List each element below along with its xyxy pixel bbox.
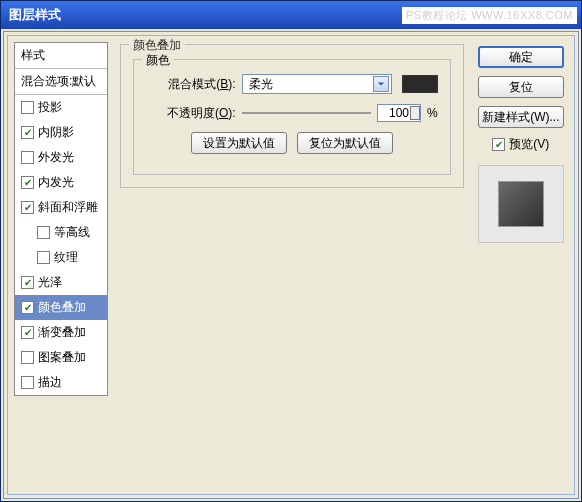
sidebar-item-10[interactable]: 图案叠加 (15, 345, 107, 370)
subgroup-title: 颜色 (142, 52, 174, 69)
blend-mode-row: 混合模式(B): 柔光 (146, 74, 438, 94)
sidebar-checkbox[interactable]: ✔ (21, 126, 34, 139)
make-default-button[interactable]: 设置为默认值 (191, 132, 287, 154)
titlebar[interactable]: 图层样式 PS教程论坛 WWW.16XX8.COM (1, 1, 581, 29)
sidebar-checkbox[interactable]: ✔ (21, 301, 34, 314)
sidebar-item-7[interactable]: ✔光泽 (15, 270, 107, 295)
sidebar-checkbox[interactable]: ✔ (21, 176, 34, 189)
preview-area (478, 165, 564, 243)
slider-thumb[interactable] (410, 106, 420, 120)
sidebar-checkbox[interactable]: ✔ (21, 201, 34, 214)
sidebar-item-label: 外发光 (38, 149, 74, 166)
window-title: 图层样式 (9, 6, 61, 24)
sidebar-item-label: 颜色叠加 (38, 299, 86, 316)
opacity-slider[interactable] (242, 104, 371, 122)
dialog-inner: 样式 混合选项:默认 投影✔内阴影外发光✔内发光✔斜面和浮雕等高线纹理✔光泽✔颜… (7, 35, 575, 495)
preview-checkbox[interactable]: ✔ (492, 138, 505, 151)
dialog-body: 样式 混合选项:默认 投影✔内阴影外发光✔内发光✔斜面和浮雕等高线纹理✔光泽✔颜… (3, 31, 579, 499)
sidebar-item-3[interactable]: ✔内发光 (15, 170, 107, 195)
default-buttons-row: 设置为默认值 复位为默认值 (146, 132, 438, 154)
sidebar-item-4[interactable]: ✔斜面和浮雕 (15, 195, 107, 220)
sidebar-item-1[interactable]: ✔内阴影 (15, 120, 107, 145)
blend-mode-label: 混合模式(B): (146, 76, 236, 93)
sidebar-checkbox[interactable]: ✔ (21, 276, 34, 289)
preview-swatch (498, 181, 544, 227)
sidebar-item-5[interactable]: 等高线 (15, 220, 107, 245)
sidebar-checkbox[interactable] (21, 151, 34, 164)
sidebar-checkbox[interactable]: ✔ (21, 326, 34, 339)
opacity-unit: % (427, 106, 438, 120)
sidebar-checkbox[interactable] (21, 376, 34, 389)
sidebar-item-label: 光泽 (38, 274, 62, 291)
sidebar-checkbox[interactable] (21, 351, 34, 364)
sidebar-item-label: 斜面和浮雕 (38, 199, 98, 216)
sidebar-item-label: 图案叠加 (38, 349, 86, 366)
blend-mode-select[interactable]: 柔光 (242, 74, 392, 94)
sidebar-item-8[interactable]: ✔颜色叠加 (15, 295, 107, 320)
reset-button[interactable]: 复位 (478, 76, 564, 98)
sidebar-item-label: 纹理 (54, 249, 78, 266)
color-swatch[interactable] (402, 75, 438, 93)
sidebar-item-label: 投影 (38, 99, 62, 116)
sidebar-item-0[interactable]: 投影 (15, 95, 107, 120)
sidebar-item-label: 描边 (38, 374, 62, 391)
sidebar-item-2[interactable]: 外发光 (15, 145, 107, 170)
sidebar-item-label: 内阴影 (38, 124, 74, 141)
watermark: PS教程论坛 WWW.16XX8.COM (402, 7, 577, 24)
sidebar-item-label: 内发光 (38, 174, 74, 191)
opacity-label: 不透明度(O): (146, 105, 236, 122)
sidebar-blending-options[interactable]: 混合选项:默认 (15, 69, 107, 95)
right-column: 确定 复位 新建样式(W)... ✔ 预览(V) (474, 36, 574, 494)
reset-default-button[interactable]: 复位为默认值 (297, 132, 393, 154)
blend-mode-value: 柔光 (249, 76, 273, 93)
preview-toggle[interactable]: ✔ 预览(V) (478, 136, 564, 153)
opacity-row: 不透明度(O): 100 % (146, 104, 438, 122)
layer-style-dialog: 图层样式 PS教程论坛 WWW.16XX8.COM 样式 混合选项:默认 投影✔… (0, 0, 582, 502)
chevron-down-icon (373, 76, 389, 92)
sidebar-item-9[interactable]: ✔渐变叠加 (15, 320, 107, 345)
sidebar-item-6[interactable]: 纹理 (15, 245, 107, 270)
styles-sidebar: 样式 混合选项:默认 投影✔内阴影外发光✔内发光✔斜面和浮雕等高线纹理✔光泽✔颜… (8, 36, 114, 494)
sidebar-item-label: 渐变叠加 (38, 324, 86, 341)
sidebar-header[interactable]: 样式 (15, 43, 107, 69)
sidebar-checkbox[interactable] (21, 101, 34, 114)
new-style-button[interactable]: 新建样式(W)... (478, 106, 564, 128)
preview-label: 预览(V) (509, 136, 549, 153)
sidebar-checkbox[interactable] (37, 251, 50, 264)
sidebar-item-11[interactable]: 描边 (15, 370, 107, 395)
styles-list: 样式 混合选项:默认 投影✔内阴影外发光✔内发光✔斜面和浮雕等高线纹理✔光泽✔颜… (14, 42, 108, 396)
color-overlay-group: 颜色叠加 颜色 混合模式(B): 柔光 (120, 44, 464, 188)
ok-button[interactable]: 确定 (478, 46, 564, 68)
sidebar-checkbox[interactable] (37, 226, 50, 239)
slider-track (242, 112, 371, 114)
main-panel: 颜色叠加 颜色 混合模式(B): 柔光 (114, 36, 474, 494)
sidebar-item-label: 等高线 (54, 224, 90, 241)
color-subgroup: 颜色 混合模式(B): 柔光 不透 (133, 59, 451, 175)
